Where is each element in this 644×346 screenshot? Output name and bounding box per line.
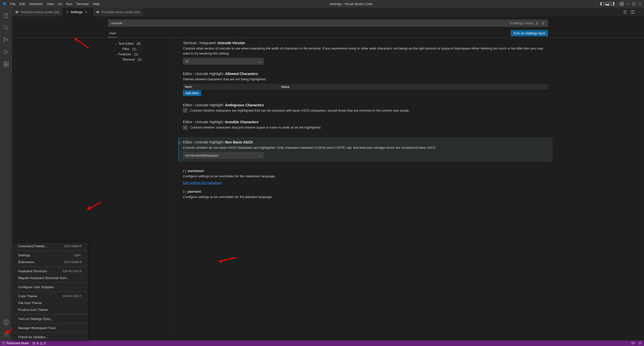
setting-name: Allowed Characters (225, 72, 258, 76)
menu-selection[interactable]: Selection (27, 1, 44, 7)
svg-rect-21 (6, 64, 8, 66)
add-item-button[interactable]: Add Item (183, 90, 201, 96)
clear-search-icon[interactable] (535, 21, 539, 25)
toggle-primary-sidebar-icon[interactable] (600, 2, 604, 6)
svg-point-37 (179, 142, 180, 143)
error-count: 0 (37, 341, 38, 345)
extensions-icon[interactable] (0, 58, 12, 70)
maximize-icon[interactable] (632, 2, 636, 6)
activity-bar (0, 8, 12, 340)
table-header: Item Value (183, 84, 548, 90)
window-controls (626, 2, 642, 6)
chevron-down-icon: ⌄ (115, 42, 117, 45)
ctx-keyboard-shortcuts[interactable]: Keyboard ShortcutsCtrl+K Ctrl+S (12, 268, 88, 275)
explorer-icon[interactable] (0, 10, 12, 22)
results-count: 9 Settings Found (510, 21, 533, 25)
menu-edit[interactable]: Edit (17, 1, 27, 7)
setting-category: Editor › Unicode Highlight: (183, 140, 224, 144)
toc-features[interactable]: ⌄ Features (1) (115, 52, 173, 57)
setting-checkbox[interactable] (183, 125, 187, 130)
menu-go[interactable]: Go (56, 1, 64, 7)
ctx-check-updates[interactable]: Check for Updates... (12, 334, 88, 340)
setting-name: Invisible Characters (225, 120, 259, 124)
separator (12, 282, 88, 283)
toggle-secondary-sidebar-icon[interactable] (610, 2, 614, 6)
toc-label: Features (118, 52, 131, 56)
ctx-file-icon-theme[interactable]: File Icon Theme (12, 300, 88, 306)
scope-row: User Turn on Settings Sync (12, 29, 644, 38)
ctx-settings[interactable]: SettingsCtrl+, (12, 252, 88, 259)
toc-files[interactable]: Files (1) (115, 46, 173, 52)
svg-rect-11 (633, 3, 635, 5)
setting-category: Editor › Unicode Highlight: (183, 72, 224, 76)
toggle-panel-icon[interactable] (605, 2, 609, 6)
separator (12, 332, 88, 333)
toc-terminal[interactable]: Terminal (1) (115, 57, 173, 62)
php-icon (15, 10, 19, 14)
tab-settings[interactable]: Settings × (63, 8, 93, 16)
toc-label: Text Editor (118, 42, 134, 45)
toc-label: Files (122, 47, 129, 51)
setting-ambiguous-characters: Editor › Unicode Highlight: Ambiguous Ch… (183, 103, 548, 113)
settings-search-input[interactable] (108, 19, 548, 27)
ctx-migrate-shortcuts[interactable]: Migrate Keyboard Shortcuts from... (12, 275, 88, 281)
gear-icon[interactable] (177, 141, 181, 145)
settings-content[interactable]: Terminal › Integrated: Unicode Version C… (173, 38, 644, 340)
toc-text-editor[interactable]: ⌄ Text Editor (8) (115, 41, 173, 46)
svg-rect-3 (606, 4, 609, 5)
restricted-mode-item[interactable]: Restricted Mode (2, 341, 29, 345)
ctx-settings-sync[interactable]: Turn on Settings Sync... (12, 315, 88, 322)
setting-non-basic-ascii: Editor › Unicode Highlight: Non Basic AS… (178, 137, 553, 162)
menu-run[interactable]: Run (64, 1, 74, 7)
ctx-product-icon-theme[interactable]: Product Icon Theme (12, 306, 88, 313)
svg-point-17 (4, 41, 5, 42)
divider (617, 2, 617, 6)
feedback-icon[interactable] (631, 341, 635, 345)
setting-terminal-unicode-version: Terminal › Integrated: Unicode Version C… (183, 41, 548, 65)
filter-icon[interactable] (541, 21, 545, 25)
ctx-extensions[interactable]: ExtensionsCtrl+Shift+X (12, 259, 88, 265)
customize-layout-icon[interactable] (620, 2, 624, 6)
scope-user-tab[interactable]: User (108, 29, 117, 37)
ctx-workspace-trust[interactable]: Manage Workspace Trust (12, 325, 88, 331)
setting-select[interactable]: inUntrustedWorkspace ⌄ (183, 152, 264, 159)
problems-item[interactable]: 0 0 (32, 341, 45, 345)
split-editor-icon[interactable] (631, 10, 635, 14)
setting-name: Non Basic ASCII (225, 140, 253, 144)
setting-invisible-characters: Editor › Unicode Highlight: Invisible Ch… (183, 120, 548, 130)
menu-file[interactable]: File (8, 1, 17, 7)
run-debug-icon[interactable] (0, 46, 12, 58)
more-actions-icon[interactable]: ··· (638, 10, 641, 14)
menu-view[interactable]: View (45, 1, 56, 7)
menu-terminal[interactable]: Terminal (74, 1, 91, 7)
tab-file-1[interactable]: Template-tarkov-quete.php (12, 8, 63, 16)
menubar: File Edit Selection View Go Run Terminal… (8, 1, 102, 7)
language-override-markdown: { } markdown Configure settings to be ov… (183, 169, 548, 185)
setting-name: Ambiguous Characters (225, 103, 264, 107)
search-icon[interactable] (0, 22, 12, 34)
ctx-color-theme[interactable]: Color ThemeCtrl+K Ctrl+T (12, 293, 88, 300)
manage-gear-icon[interactable] (0, 328, 12, 340)
edit-lang-settings-link[interactable]: Edit settings for markdown (183, 181, 222, 185)
tab-file-2[interactable]: Template-tarkov-quête.php (93, 8, 144, 16)
setting-select[interactable]: 11 ⌄ (183, 58, 264, 65)
setting-description: Controls whether characters that just re… (190, 125, 321, 130)
notifications-icon[interactable] (638, 341, 642, 345)
accounts-icon[interactable] (0, 316, 12, 328)
svg-point-16 (4, 38, 5, 39)
close-icon[interactable] (638, 2, 642, 6)
toc-count: (8) (137, 42, 141, 45)
column-item: Item (185, 85, 281, 89)
close-tab-icon[interactable]: × (85, 10, 87, 14)
open-settings-json-icon[interactable] (623, 10, 627, 14)
chevron-down-icon: ⌄ (115, 53, 117, 56)
setting-checkbox[interactable] (183, 108, 187, 113)
source-control-icon[interactable] (0, 34, 12, 46)
tab-actions: ··· (623, 8, 644, 16)
ctx-command-palette[interactable]: Command Palette...Ctrl+Shift+P (12, 243, 88, 250)
settings-sync-button[interactable]: Turn on Settings Sync (511, 30, 548, 36)
ctx-user-snippets[interactable]: Configure User Snippets (12, 284, 88, 290)
minimize-icon[interactable] (626, 2, 630, 6)
titlebar: File Edit Selection View Go Run Terminal… (0, 0, 644, 8)
menu-help[interactable]: Help (91, 1, 102, 7)
